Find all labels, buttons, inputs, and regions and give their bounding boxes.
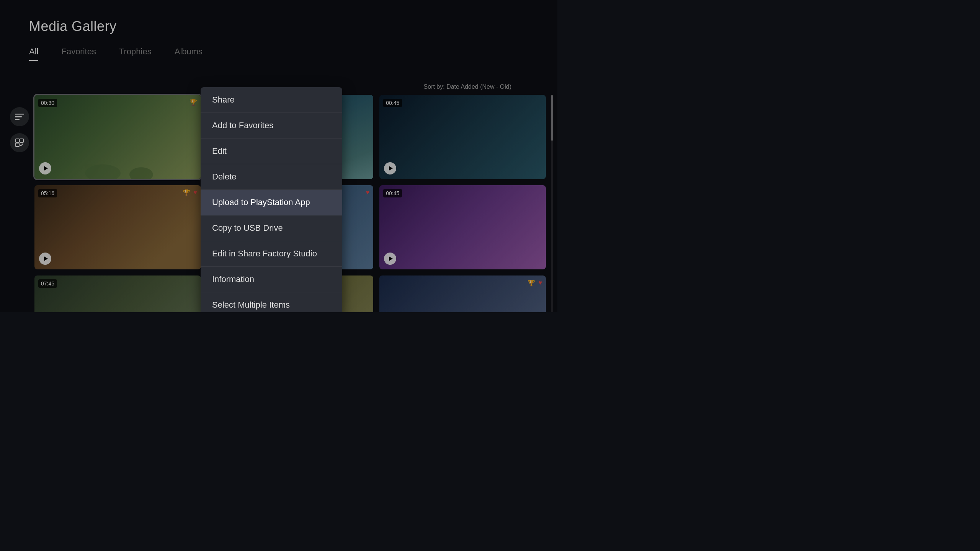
menu-item-edit[interactable]: Edit (201, 139, 342, 164)
menu-item-upload-ps-app[interactable]: Upload to PlayStation App (201, 190, 342, 215)
menu-item-delete[interactable]: Delete (201, 164, 342, 190)
context-menu: Share Add to Favorites Edit Delete Uploa… (201, 87, 342, 312)
menu-item-add-favorites[interactable]: Add to Favorites (201, 113, 342, 139)
menu-item-information[interactable]: Information (201, 267, 342, 292)
menu-item-share-factory[interactable]: Edit in Share Factory Studio (201, 241, 342, 267)
menu-item-select-multiple[interactable]: Select Multiple Items (201, 292, 342, 312)
menu-item-share[interactable]: Share (201, 87, 342, 113)
menu-item-copy-usb[interactable]: Copy to USB Drive (201, 215, 342, 241)
